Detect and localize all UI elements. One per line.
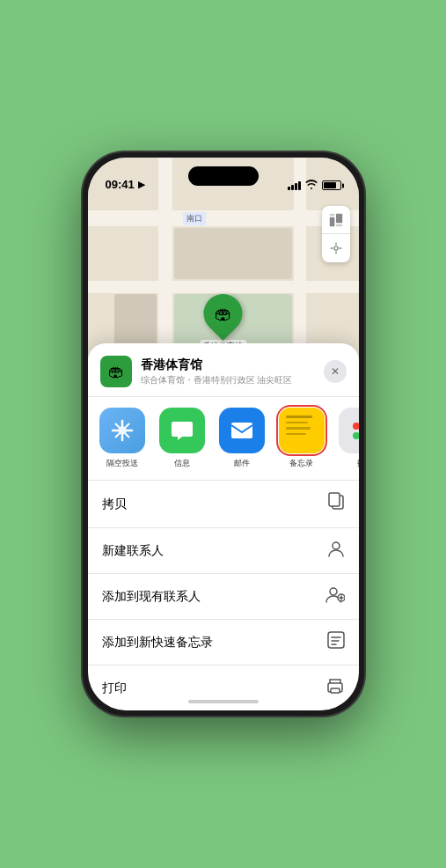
more-icon bbox=[339, 408, 359, 453]
mail-icon bbox=[219, 408, 265, 453]
home-indicator bbox=[188, 700, 259, 703]
mail-label: 邮件 bbox=[234, 458, 250, 469]
print-label: 打印 bbox=[102, 680, 127, 696]
map-entrance-label: 南口 bbox=[183, 212, 206, 225]
signal-bars bbox=[288, 181, 301, 190]
venue-subtitle: 综合体育馆・香港特别行政区 油尖旺区 bbox=[141, 374, 315, 386]
battery-icon bbox=[322, 180, 341, 190]
svg-point-14 bbox=[330, 588, 337, 595]
map-view-button[interactable] bbox=[322, 206, 350, 234]
messages-icon bbox=[159, 408, 205, 453]
svg-rect-2 bbox=[336, 224, 342, 225]
share-item-more[interactable]: 提 bbox=[336, 408, 359, 469]
notes-label: 备忘录 bbox=[289, 458, 313, 469]
add-existing-label: 添加到现有联系人 bbox=[102, 589, 201, 605]
phone-screen: 09:41 ▶ bbox=[88, 158, 359, 710]
add-existing-icon bbox=[325, 585, 345, 607]
svg-rect-0 bbox=[329, 217, 334, 225]
share-item-messages[interactable]: 信息 bbox=[157, 408, 208, 469]
messages-label: 信息 bbox=[174, 458, 190, 469]
venue-icon: 🏟 bbox=[100, 356, 132, 387]
svg-rect-3 bbox=[329, 213, 334, 215]
svg-rect-12 bbox=[329, 493, 340, 506]
wifi-icon bbox=[305, 180, 318, 191]
quick-note-label: 添加到新快速备忘录 bbox=[102, 635, 213, 651]
venue-name: 香港体育馆 bbox=[141, 357, 315, 373]
location-button[interactable] bbox=[322, 234, 350, 262]
share-row: 隔空投送 信息 bbox=[88, 397, 359, 481]
new-contact-label: 新建联系人 bbox=[102, 543, 164, 559]
svg-rect-10 bbox=[231, 423, 252, 438]
sheet-header: 🏟 香港体育馆 综合体育馆・香港特别行政区 油尖旺区 ✕ bbox=[88, 343, 359, 397]
action-print[interactable]: 打印 bbox=[88, 666, 359, 710]
more-label: 提 bbox=[357, 458, 359, 469]
svg-point-13 bbox=[333, 542, 340, 549]
location-icon: ▶ bbox=[138, 180, 145, 189]
venue-info: 香港体育馆 综合体育馆・香港特别行政区 油尖旺区 bbox=[141, 357, 315, 386]
copy-icon bbox=[327, 492, 345, 516]
svg-rect-18 bbox=[328, 632, 344, 648]
action-new-contact[interactable]: 新建联系人 bbox=[88, 528, 359, 574]
svg-rect-1 bbox=[336, 213, 342, 222]
bottom-sheet: 🏟 香港体育馆 综合体育馆・香港特别行政区 油尖旺区 ✕ bbox=[88, 343, 359, 710]
print-icon bbox=[325, 677, 345, 699]
action-quick-note[interactable]: 添加到新快速备忘录 bbox=[88, 620, 359, 666]
svg-rect-23 bbox=[331, 688, 340, 693]
svg-point-4 bbox=[333, 246, 337, 250]
phone-frame: 09:41 ▶ bbox=[83, 152, 364, 716]
dynamic-island bbox=[188, 166, 259, 186]
share-item-notes[interactable]: 备忘录 bbox=[276, 408, 327, 469]
copy-label: 拷贝 bbox=[102, 497, 127, 512]
share-item-mail[interactable]: 邮件 bbox=[216, 408, 267, 469]
status-time: 09:41 ▶ bbox=[106, 178, 145, 191]
new-contact-icon bbox=[327, 540, 345, 562]
close-button[interactable]: ✕ bbox=[324, 360, 347, 383]
airdrop-icon bbox=[99, 408, 145, 453]
map-controls bbox=[322, 206, 350, 262]
share-item-airdrop[interactable]: 隔空投送 bbox=[97, 408, 148, 469]
status-icons bbox=[288, 180, 341, 191]
quick-note-icon bbox=[327, 631, 345, 653]
airdrop-label: 隔空投送 bbox=[106, 458, 138, 469]
action-list: 拷贝 新建联系人 bbox=[88, 481, 359, 710]
action-copy[interactable]: 拷贝 bbox=[88, 481, 359, 528]
action-add-existing[interactable]: 添加到现有联系人 bbox=[88, 574, 359, 620]
